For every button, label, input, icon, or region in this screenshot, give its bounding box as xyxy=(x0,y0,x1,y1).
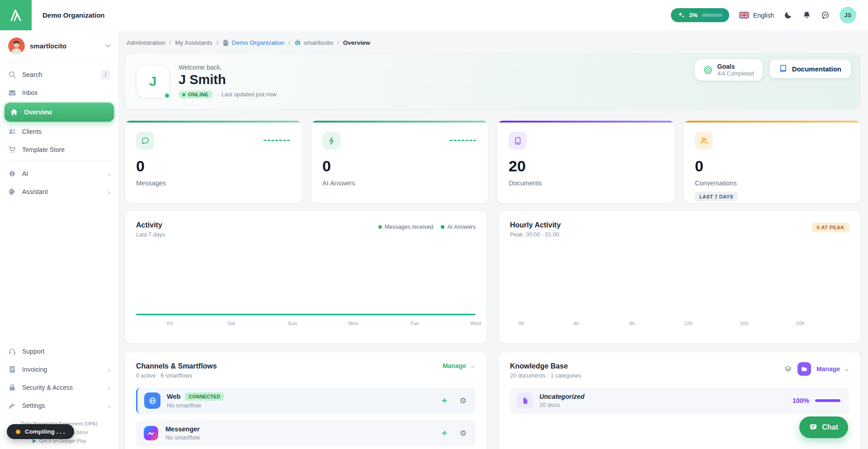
folder-view-button[interactable] xyxy=(797,362,811,376)
legend-label: AI Answers xyxy=(447,224,476,230)
channels-header: Channels & Smartflows 0 active · 6 smart… xyxy=(136,362,476,379)
stat-value: 20 xyxy=(509,157,663,175)
manage-label: Manage xyxy=(816,365,840,373)
sidebar-item-security-access[interactable]: Security & Access › xyxy=(0,378,118,397)
sidebar-item-overview[interactable]: Overview xyxy=(5,103,114,122)
channel-settings-gear-icon[interactable]: ⚙ xyxy=(460,397,467,405)
assistant-avatar-letter: J xyxy=(149,74,157,89)
stat-card-ai-answers[interactable]: 0 AI Answers xyxy=(311,120,488,203)
add-smartflow-button[interactable]: + xyxy=(442,429,447,438)
channels-manage-link[interactable]: Manage → xyxy=(443,362,476,369)
x-tick: 0h xyxy=(519,321,524,326)
connected-badge: CONNECTED xyxy=(185,392,224,401)
bullseye-icon xyxy=(703,66,712,75)
stat-card-conversations[interactable]: 0 Conversations LAST 7 DAYS xyxy=(684,120,861,203)
sidebar-item-label: Invoicing xyxy=(22,366,47,373)
x-tick: Sat xyxy=(227,321,235,326)
hourly-x-axis: 0h 4h 8h 12h 16h 20h xyxy=(510,321,849,327)
channel-actions: + ⚙ xyxy=(442,396,467,405)
workspace-switcher[interactable]: smartlocito xyxy=(0,34,118,60)
building-icon xyxy=(222,39,229,46)
knowledge-manage-link[interactable]: Manage → xyxy=(816,365,849,373)
usage-pill[interactable]: 3% xyxy=(671,8,729,22)
chevron-right-icon: › xyxy=(108,384,110,391)
google-play-icon xyxy=(32,439,37,444)
sidebar-item-settings[interactable]: Settings › xyxy=(0,397,118,415)
breadcrumb-my-assistants[interactable]: My Assistants xyxy=(175,39,212,46)
online-status-dot xyxy=(164,93,170,99)
stat-card-messages[interactable]: 0 Messages xyxy=(125,120,302,203)
activity-chart-card: Activity Last 7 days Messages received A… xyxy=(125,211,487,344)
arrow-right-icon: → xyxy=(469,362,476,369)
language-switcher[interactable]: English xyxy=(739,12,774,19)
usage-progress-bar xyxy=(702,14,722,17)
sidebar-item-ai[interactable]: AI › xyxy=(0,165,118,183)
cart-icon xyxy=(8,146,16,154)
kb-category-info: Uncategorized 20 docs xyxy=(539,393,585,408)
knowledge-subtitle: 20 documents · 1 categories xyxy=(510,373,581,379)
search-icon xyxy=(8,71,16,79)
sidebar-item-invoicing[interactable]: Invoicing › xyxy=(0,360,118,378)
sidebar-item-label: Assistant xyxy=(22,188,48,195)
topbar-actions: 3% English xyxy=(671,7,868,24)
sidebar-item-inbox[interactable]: Inbox xyxy=(0,84,118,102)
layers-view-button[interactable] xyxy=(784,365,792,373)
breadcrumb-smartlocito[interactable]: smartlocito xyxy=(294,39,333,46)
documentation-button[interactable]: Documentation xyxy=(769,59,851,78)
stat-period-badge: LAST 7 DAYS xyxy=(695,192,738,202)
dark-mode-toggle[interactable] xyxy=(784,11,793,19)
sidebar-item-label: Inbox xyxy=(22,89,38,96)
compiling-toast: Compiling . . . xyxy=(7,424,74,439)
card-accent-bar xyxy=(498,121,674,123)
breadcrumb-label: Demo Organization xyxy=(232,39,284,46)
chat-button[interactable]: Chat xyxy=(799,416,848,438)
breadcrumb-administration[interactable]: Administration xyxy=(127,39,165,46)
kb-category-row-uncategorized[interactable]: Uncategorized 20 docs 100% xyxy=(510,388,849,414)
channel-name: Messenger xyxy=(165,425,200,433)
channel-row-web[interactable]: Web CONNECTED No smartflow + ⚙ xyxy=(136,388,476,414)
goals-widget[interactable]: Goals 4/4 Completed xyxy=(695,59,763,80)
sidebar-item-template-store[interactable]: Template Store xyxy=(0,141,118,159)
channel-row-messenger[interactable]: Messenger No smartflow + ⚙ xyxy=(136,420,476,446)
sidebar-item-support[interactable]: Support xyxy=(0,342,118,360)
breadcrumb-separator: / xyxy=(170,39,171,46)
breadcrumb: Administration / My Assistants / Demo Or… xyxy=(125,39,861,46)
kb-category-name: Uncategorized xyxy=(539,393,585,400)
clients-icon xyxy=(8,128,16,136)
sidebar-item-label: Settings xyxy=(22,402,45,409)
lock-icon xyxy=(8,383,16,392)
topbar: Demo Organization 3% E xyxy=(0,0,868,30)
user-avatar[interactable]: JS xyxy=(840,7,856,24)
channel-settings-gear-icon[interactable]: ⚙ xyxy=(460,430,467,437)
channel-name: Web xyxy=(167,393,180,400)
speech-bubble-icon xyxy=(821,11,830,19)
notifications-button[interactable] xyxy=(802,11,811,19)
brain-icon xyxy=(8,170,16,178)
purple-document-icon xyxy=(517,392,533,409)
sidebar: smartlocito Search / Inbox Overview xyxy=(0,30,119,449)
sidebar-item-search[interactable]: Search / xyxy=(0,66,118,84)
bottom-row: Channels & Smartflows 0 active · 6 smart… xyxy=(125,352,861,449)
breadcrumb-overview: Overview xyxy=(343,39,370,46)
goals-subtitle: 4/4 Completed xyxy=(717,71,754,77)
bell-icon xyxy=(802,11,811,19)
sidebar-item-label: Clients xyxy=(22,128,42,135)
x-tick: Wed xyxy=(470,321,481,326)
status-dot-icon xyxy=(182,93,185,96)
folder-icon xyxy=(801,365,808,373)
usage-percent: 3% xyxy=(689,12,698,19)
assistant-name: J Smith xyxy=(179,72,277,87)
feedback-button[interactable] xyxy=(821,11,830,19)
x-tick: 4h xyxy=(573,321,579,326)
card-accent-bar xyxy=(311,121,488,123)
add-smartflow-button[interactable]: + xyxy=(442,396,447,405)
sidebar-item-clients[interactable]: Clients xyxy=(0,123,118,141)
wrench-icon xyxy=(8,402,16,410)
stat-card-documents[interactable]: 20 Documents xyxy=(497,120,675,203)
app-logo[interactable] xyxy=(0,0,32,30)
documentation-label: Documentation xyxy=(792,65,841,73)
channel-actions: + ⚙ xyxy=(442,429,467,438)
sidebar-item-assistant[interactable]: Assistant › xyxy=(0,183,118,201)
hero-actions: Goals 4/4 Completed Documentation xyxy=(695,59,851,80)
breadcrumb-demo-organization[interactable]: Demo Organization xyxy=(222,39,284,46)
